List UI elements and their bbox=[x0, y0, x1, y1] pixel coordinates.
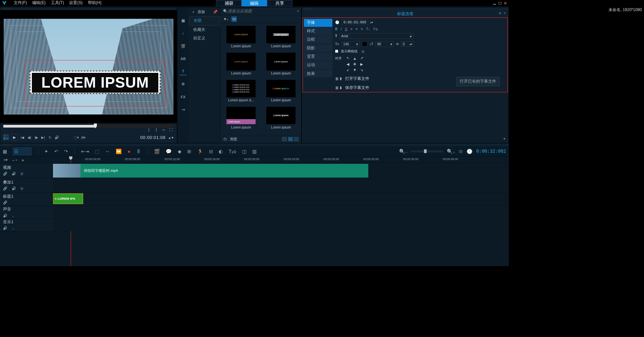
tool-wand-icon[interactable]: ✦ bbox=[44, 149, 48, 154]
next-frame-icon[interactable]: |▶ bbox=[34, 135, 39, 140]
vertical-text-icon[interactable]: T↓ bbox=[366, 27, 370, 31]
underline-icon[interactable]: U bbox=[345, 27, 347, 31]
guides-icon[interactable]: ⊞▾ bbox=[81, 135, 86, 140]
align-bl[interactable]: ↙ bbox=[345, 67, 351, 72]
play-button[interactable]: ▶ bbox=[11, 134, 18, 141]
fit-timeline-icon[interactable]: ⊙ bbox=[459, 149, 463, 154]
maximize-icon[interactable] bbox=[498, 1, 502, 5]
view-grid-icon[interactable]: ▭ bbox=[231, 16, 237, 22]
mark-in-icon[interactable]: [ bbox=[147, 128, 151, 132]
align-bc[interactable]: ▼ bbox=[352, 67, 358, 72]
align-mc[interactable]: ✥ bbox=[352, 62, 358, 66]
title-preset-thumb[interactable]: Lorem ipsum bbox=[266, 53, 296, 70]
title-preset-thumb[interactable]: Lorem ipsum bbox=[226, 107, 256, 124]
split-screen-icon[interactable]: ◫ bbox=[242, 149, 247, 154]
menu-file[interactable]: 文件(F) bbox=[11, 0, 30, 6]
subtitle-icon[interactable]: 💬 bbox=[166, 149, 172, 154]
marker-icon[interactable]: ◆ bbox=[178, 149, 181, 154]
pin-icon[interactable]: 📌 bbox=[213, 10, 218, 14]
timeline-timecode[interactable]: 0:00:32:002 bbox=[476, 149, 506, 154]
title-icon[interactable]: T bbox=[179, 68, 187, 75]
preview-timecode[interactable]: 00:00:01:08 ▴▾ bbox=[140, 135, 174, 140]
title-text[interactable]: LOREM IPSUM bbox=[32, 73, 158, 92]
video-icon[interactable]: 🎬 bbox=[179, 42, 187, 50]
tab-edit[interactable]: 编辑 bbox=[241, 0, 267, 6]
title-clip[interactable]: ★ LOREM IPS bbox=[53, 193, 83, 204]
panel-close-icon[interactable]: × bbox=[503, 11, 505, 15]
redo-icon[interactable]: ↷ bbox=[64, 149, 68, 154]
resize-icon[interactable]: ⬚▾ bbox=[74, 135, 79, 140]
align-tc[interactable]: ▲ bbox=[352, 56, 358, 61]
lock-icon[interactable]: ⊞ bbox=[20, 186, 23, 191]
browse-label[interactable]: 浏览 bbox=[230, 137, 237, 142]
minimize-icon[interactable] bbox=[493, 1, 496, 5]
rotate-text-icon[interactable]: T↻ bbox=[373, 27, 378, 31]
multicam-icon[interactable]: ⊟ bbox=[209, 149, 213, 154]
title-preset-thumb[interactable]: Lorem ipsum bbox=[226, 53, 256, 70]
otab-shadow[interactable]: 阴影 bbox=[304, 44, 332, 52]
mask-icon[interactable]: ◐ bbox=[219, 149, 223, 154]
loop-icon[interactable]: ↻ bbox=[48, 135, 52, 140]
go-start-icon[interactable]: |◀ bbox=[20, 135, 25, 140]
menu-settings[interactable]: 设置(S) bbox=[67, 0, 86, 6]
align-tl[interactable]: ↖ bbox=[345, 56, 351, 61]
search-input[interactable] bbox=[228, 9, 297, 13]
otab-effect[interactable]: 效果 bbox=[304, 70, 332, 78]
line-height-select[interactable]: 80▾ bbox=[375, 41, 394, 47]
zoom-slider[interactable] bbox=[411, 150, 443, 152]
track-lane[interactable]: ★ LOREM IPS bbox=[53, 193, 509, 206]
split-icon[interactable]: ✂ bbox=[161, 128, 166, 132]
trim-icon[interactable]: ⇤⇥ bbox=[81, 149, 89, 154]
undo-icon[interactable]: ↶ bbox=[54, 149, 58, 154]
add-category-icon[interactable]: ＋ bbox=[192, 9, 195, 14]
lib-tool-3[interactable] bbox=[294, 137, 299, 141]
go-end-icon[interactable]: ▶| bbox=[41, 135, 46, 140]
align-tr[interactable]: ↗ bbox=[359, 56, 364, 61]
storyboard-view-icon[interactable]: ▦ bbox=[3, 149, 7, 154]
link-icon[interactable]: 🔗 bbox=[3, 186, 7, 191]
panel-grip[interactable] bbox=[0, 144, 509, 146]
track-lane[interactable] bbox=[53, 206, 509, 219]
timeline-view-icon[interactable]: ☰ bbox=[13, 147, 31, 155]
speed-icon[interactable]: ⏩ bbox=[116, 149, 122, 154]
preview-viewport[interactable]: LOREM IPSUM bbox=[0, 10, 177, 124]
menu-help[interactable]: 帮助(H) bbox=[85, 0, 104, 6]
align-br[interactable]: ↘ bbox=[359, 67, 364, 72]
italic-icon[interactable]: I bbox=[341, 27, 342, 31]
menu-edit[interactable]: 编辑(E) bbox=[30, 0, 48, 6]
track-lane[interactable] bbox=[53, 178, 509, 192]
zoom-in-icon[interactable]: 🔍₊ bbox=[447, 149, 455, 154]
align-center-icon[interactable]: ≡ bbox=[356, 27, 358, 31]
font-select[interactable]: Arial▾ bbox=[339, 33, 414, 39]
prev-frame-icon[interactable]: ◀| bbox=[27, 135, 32, 140]
scroll-up-icon[interactable]: ▲ bbox=[21, 158, 25, 162]
tab-share[interactable]: 共享 bbox=[267, 0, 292, 6]
otab-border[interactable]: 边框 bbox=[304, 36, 332, 44]
browse-icon[interactable]: 🗀 bbox=[223, 137, 227, 141]
link-icon[interactable]: 🔗 bbox=[3, 172, 7, 176]
title-preset-thumb[interactable]: Lorem ipsum bbox=[266, 26, 296, 43]
zoom-out-icon[interactable]: 🔍₋ bbox=[399, 149, 408, 154]
transition-icon[interactable]: ⚙ bbox=[179, 81, 187, 88]
mark-out-icon[interactable]: ] bbox=[154, 128, 159, 132]
mute-icon[interactable]: 🔊 bbox=[12, 172, 16, 176]
title-preset-thumb[interactable]: LOREM IPSUM DOLLOREM IPSUM DOLLOREM IPSU… bbox=[226, 80, 256, 97]
align-right-icon[interactable]: ≡ bbox=[361, 27, 363, 31]
mute-icon[interactable]: 🔊 bbox=[3, 213, 7, 218]
fit-project-icon[interactable]: ⬚ bbox=[95, 149, 99, 154]
expand-icon[interactable]: ⛶ bbox=[169, 128, 173, 132]
motion-icon[interactable]: 🏃 bbox=[197, 149, 203, 154]
track-lane[interactable]: 仰拍写字楼延时.mp4 bbox=[53, 163, 509, 178]
mute-icon[interactable]: 🔊 bbox=[12, 186, 16, 191]
timeline-ruler[interactable]: 00:00:04:00 00:00:08:00 00:00:12:00 00:0… bbox=[53, 157, 509, 163]
track-lane[interactable] bbox=[53, 219, 509, 231]
media-icon[interactable]: ▦ bbox=[179, 17, 187, 24]
grid-settings-icon[interactable]: ⊞ bbox=[362, 49, 364, 53]
record-icon[interactable]: ● bbox=[127, 149, 130, 154]
audio-icon[interactable]: ♪ bbox=[179, 30, 187, 37]
lib-tool-1[interactable] bbox=[282, 137, 287, 141]
align-mr[interactable]: ▶ bbox=[359, 62, 364, 66]
show-grid-checkbox[interactable] bbox=[335, 50, 338, 53]
options-chevron-right[interactable]: ▸ bbox=[504, 136, 506, 141]
clear-search-icon[interactable]: × bbox=[297, 9, 299, 13]
